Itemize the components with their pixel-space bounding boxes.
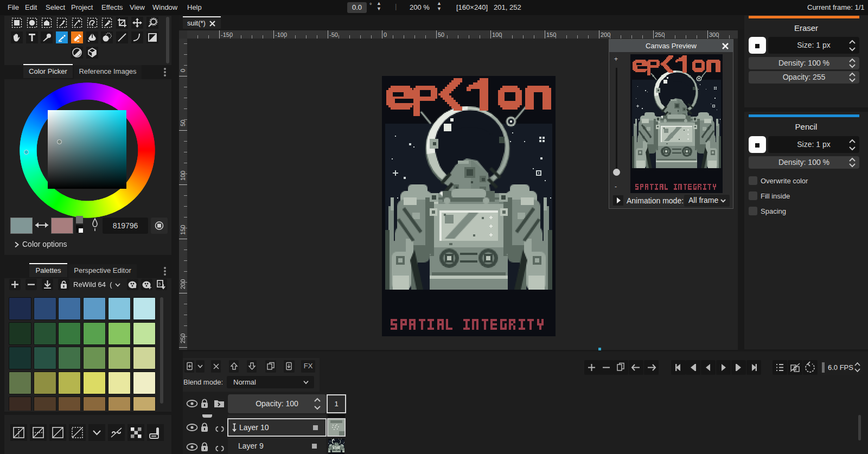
svg-text:5: 5	[158, 282, 161, 286]
